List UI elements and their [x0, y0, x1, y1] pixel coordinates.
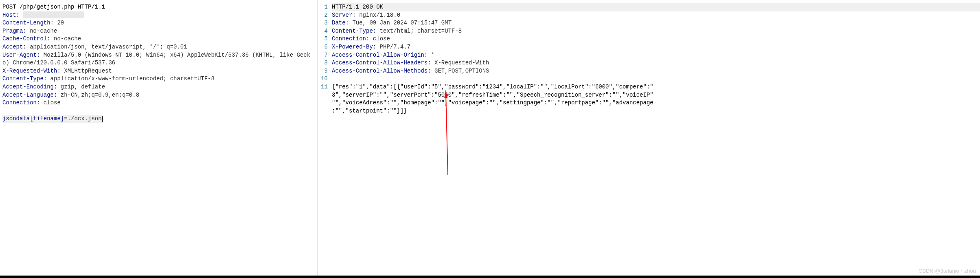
line-number: 7 [318, 51, 328, 60]
ac-headers-value: X-Requested-With [431, 60, 489, 66]
line-number: 3 [318, 19, 328, 27]
accept-label: Accept: [2, 44, 26, 50]
request-accept-language-line: Accept-Language: zh-CN,zh;q=0.9,en;q=0.8 [2, 91, 315, 99]
request-pragma-line: Pragma: no-cache [2, 27, 315, 35]
line-number: 1 [318, 3, 328, 11]
body-key: jsondata[filename] [2, 115, 64, 122]
pragma-label: Pragma: [2, 28, 26, 34]
line-number: 5 [318, 35, 328, 43]
request-cache-control-line: Cache-Control: no-cache [2, 35, 315, 43]
host-label: Host: [2, 12, 20, 18]
line-number: 4 [318, 27, 328, 35]
pragma-value: no-cache [26, 28, 57, 34]
request-content-length-line: Content-Length: 29 [2, 19, 315, 27]
response-json-line2: 3","serverIP":"","serverPort":"5060","re… [332, 91, 980, 99]
line-number: 10 [318, 75, 328, 83]
request-body-line[interactable]: jsondata[filename]=./ocx.json [2, 115, 103, 123]
watermark-text: CSDN @3tefanie丶zhou [919, 267, 976, 275]
response-ac-methods-line: Access-Control-Allow-Methods: GET,POST,O… [332, 67, 980, 75]
accept-encoding-label: Accept-Encoding: [2, 84, 57, 90]
cache-control-value: no-cache [50, 35, 81, 42]
response-json-line1: {"res":"1","data":[{"userId":"5","passwo… [332, 83, 980, 91]
content-type-value: application/x-www-form-urlencoded; chars… [47, 75, 215, 82]
response-xpoweredby-line: X-Powered-By: PHP/7.4.7 [332, 43, 980, 51]
request-xrw-line: X-Requested-With: XMLHttpRequest [2, 67, 315, 75]
body-value: ./ocx.json [68, 115, 102, 122]
line-number-gutter: 1 2 3 4 5 6 7 8 9 10 11 [318, 3, 332, 275]
line-number: 8 [318, 59, 328, 67]
response-content-type-line: Content-Type: text/html; charset=UTF-8 [332, 27, 980, 35]
response-json-line4: :"","startpoint":""}]} [332, 107, 980, 115]
request-panel[interactable]: POST /php/getjson.php HTTP/1.1 Host: Con… [0, 0, 318, 278]
body-equals: = [64, 115, 67, 122]
line-number: 9 [318, 67, 328, 75]
ac-origin-label: Access-Control-Allow-Origin: [332, 52, 428, 58]
resp-connection-value: close [369, 35, 390, 42]
resp-content-type-label: Content-Type: [332, 28, 376, 34]
server-value: nginx/1.18.0 [356, 12, 400, 18]
connection-label: Connection: [2, 99, 40, 106]
date-label: Date: [332, 20, 349, 26]
content-type-label: Content-Type: [2, 75, 47, 82]
request-method-line: POST /php/getjson.php HTTP/1.1 [2, 3, 315, 11]
request-accept-encoding-line: Accept-Encoding: gzip, deflate [2, 83, 315, 91]
xrw-value: XMLHttpRequest [61, 68, 112, 74]
response-panel[interactable]: 1 2 3 4 5 6 7 8 9 10 11 HTTP/1.1 200 OK … [318, 0, 980, 278]
response-json-line3: "","voiceAdress":"","homepage":"","voice… [332, 99, 980, 107]
request-accept-line: Accept: application/json, text/javascrip… [2, 43, 315, 51]
request-content-type-line: Content-Type: application/x-www-form-url… [2, 75, 315, 83]
response-body: HTTP/1.1 200 OK Server: nginx/1.18.0 Dat… [332, 3, 980, 275]
ac-methods-label: Access-Control-Allow-Methods: [332, 68, 431, 74]
line-number: 11 [318, 83, 328, 91]
request-connection-line: Connection: close [2, 99, 315, 107]
response-server-line: Server: nginx/1.18.0 [332, 11, 980, 20]
request-host-line: Host: [2, 11, 315, 20]
resp-content-type-value: text/html; charset=UTF-8 [376, 28, 462, 34]
accept-value: application/json, text/javascript, */*; … [26, 44, 187, 50]
response-ac-origin-line: Access-Control-Allow-Origin: * [332, 51, 980, 60]
response-status-line: HTTP/1.1 200 OK [332, 3, 980, 11]
accept-language-label: Accept-Language: [2, 92, 57, 98]
content-length-label: Content-Length: [2, 20, 54, 26]
content-length-value: 29 [54, 20, 64, 26]
date-value: Tue, 09 Jan 2024 07:15:47 GMT [349, 20, 452, 26]
line-number: 6 [318, 43, 328, 51]
response-connection-line: Connection: close [332, 35, 980, 43]
user-agent-value: Mozilla/5.0 (Windows NT 10.0; Win64; x64… [2, 52, 310, 66]
text-cursor [102, 116, 103, 122]
line-number: 2 [318, 11, 328, 20]
ac-headers-label: Access-Control-Allow-Headers: [332, 60, 431, 66]
xpoweredby-value: PHP/7.4.7 [376, 44, 410, 50]
response-ac-headers-line: Access-Control-Allow-Headers: X-Requeste… [332, 59, 980, 67]
response-date-line: Date: Tue, 09 Jan 2024 07:15:47 GMT [332, 19, 980, 27]
request-user-agent-line: User-Agent: Mozilla/5.0 (Windows NT 10.0… [2, 51, 315, 67]
accept-language-value: zh-CN,zh;q=0.9,en;q=0.8 [57, 92, 139, 98]
host-redacted [23, 11, 84, 18]
xrw-label: X-Requested-With: [2, 68, 61, 74]
response-blank-line [332, 75, 980, 83]
user-agent-label: User-Agent: [2, 52, 40, 58]
server-label: Server: [332, 12, 356, 18]
connection-value: close [40, 99, 60, 106]
request-blank-line [2, 107, 315, 115]
accept-encoding-value: gzip, deflate [57, 84, 105, 90]
cache-control-label: Cache-Control: [2, 35, 50, 42]
ac-origin-value: * [428, 52, 434, 58]
bottom-black-bar [0, 276, 980, 278]
xpoweredby-label: X-Powered-By: [332, 44, 376, 50]
ac-methods-value: GET,POST,OPTIONS [431, 68, 489, 74]
resp-connection-label: Connection: [332, 35, 369, 42]
